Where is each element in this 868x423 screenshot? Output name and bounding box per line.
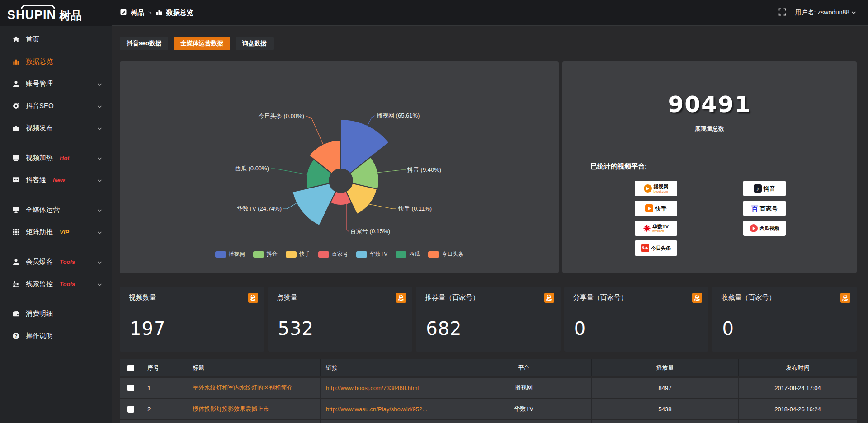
legend-item[interactable]: 西瓜: [396, 250, 420, 258]
sidebar: SHUPIN 树品 首页数据总览账号管理抖音SEO视频发布视频加热Hot抖客通N…: [0, 0, 112, 423]
pie-slice-label: 西瓜 (0.00%): [235, 165, 269, 172]
platform-subtext: boosj.com: [654, 190, 668, 193]
legend-item[interactable]: 抖音: [253, 250, 278, 258]
row-title[interactable]: [187, 420, 320, 423]
sidebar-item-briefcase[interactable]: 视频发布: [0, 117, 112, 139]
logo-bar: SHUPIN 树品: [0, 0, 112, 26]
stat-card-label: 点赞量: [277, 293, 297, 302]
sidebar-item-home[interactable]: 首页: [0, 28, 112, 51]
tab-2[interactable]: 全媒体运营数据: [174, 37, 230, 50]
sidebar-item-monitor[interactable]: 视频加热Hot: [0, 147, 112, 169]
platform-card: 播视网boosj.com: [635, 181, 677, 196]
stat-card-header: 视频数量总: [120, 287, 264, 309]
monitor-icon: [12, 154, 20, 162]
pie-slice-5[interactable]: [292, 183, 336, 226]
tab-1[interactable]: 抖音seo数据: [120, 37, 168, 50]
row-link[interactable]: [320, 420, 456, 423]
table-header-cell: 平台: [456, 359, 591, 376]
user-menu[interactable]: 用户名: zswodun88: [795, 9, 857, 17]
row-title[interactable]: 楼体投影灯投影效果震撼上市: [187, 399, 320, 419]
total-badge: 总: [692, 293, 702, 303]
table-header-row: 序号标题链接平台播放量发布时间: [120, 359, 857, 376]
stat-card-label: 推荐量（百家号）: [425, 293, 479, 302]
legend-swatch: [286, 251, 297, 258]
stat-card-4: 分享量（百家号）总0: [564, 287, 709, 352]
table-checkbox-cell: [120, 378, 142, 398]
sidebar-item-wallet[interactable]: 消费明细: [0, 303, 112, 325]
legend-item[interactable]: 播视网: [215, 250, 245, 258]
chevron-down-icon: [97, 280, 102, 288]
row-platform: 华数TV: [456, 399, 591, 419]
stat-card-header: 推荐量（百家号）总: [416, 287, 561, 309]
legend-label: 抖音: [267, 250, 278, 258]
table-checkbox-cell: [120, 399, 142, 419]
chevron-down-icon: [97, 80, 102, 88]
row-checkbox[interactable]: [127, 385, 134, 391]
sidebar-item-member[interactable]: 会员爆客Tools: [0, 251, 112, 273]
legend-item[interactable]: 今日头条: [428, 250, 463, 258]
platform-card: 西瓜视频: [743, 221, 786, 236]
total-badge: 总: [840, 293, 850, 303]
row-platform: 播视网: [456, 378, 591, 398]
row-time: 2017-08-24 17:04: [738, 378, 857, 398]
row-link[interactable]: http://www.wasu.cn/Play/show/id/952...: [320, 399, 456, 419]
sidebar-item-grid[interactable]: 矩阵助推VIP: [0, 221, 112, 243]
legend-item[interactable]: 华数TV: [356, 250, 387, 258]
platforms-section-label: 已统计的视频平台:: [590, 162, 857, 171]
sidebar-item-gear[interactable]: 抖音SEO: [0, 95, 112, 117]
platform-card-text: 快手: [655, 206, 667, 212]
legend-swatch: [428, 251, 439, 258]
select-all-checkbox[interactable]: [127, 365, 134, 371]
row-seq: 2: [142, 399, 187, 419]
stat-card-value: 197: [120, 309, 264, 339]
chevron-down-icon: [97, 124, 102, 132]
breadcrumb-root[interactable]: 树品: [131, 9, 144, 17]
home-icon: [12, 36, 20, 44]
sidebar-item-display[interactable]: 全媒体运营: [0, 199, 112, 221]
platform-card: ♪抖音: [743, 181, 786, 196]
sidebar-item-chat[interactable]: 抖客通New: [0, 169, 112, 191]
sidebar-item-label: 抖音SEO: [26, 102, 54, 110]
chevron-down-icon: [97, 258, 102, 266]
sidebar-item-bar-chart[interactable]: 数据总览: [0, 51, 112, 73]
row-plays: 8497: [591, 378, 738, 398]
fullscreen-icon[interactable]: [778, 8, 786, 18]
row-checkbox[interactable]: [127, 406, 134, 413]
member-icon: [12, 258, 20, 266]
music-note-icon: ♪: [754, 184, 762, 193]
legend-label: 西瓜: [409, 250, 420, 258]
tab-3[interactable]: 询盘数据: [236, 37, 274, 50]
app-logo[interactable]: SHUPIN 树品: [7, 5, 82, 21]
row-title[interactable]: 室外水纹灯和室内水纹灯的区别和简介: [187, 378, 320, 398]
legend-label: 华数TV: [370, 250, 387, 258]
sidebar-divider: [6, 143, 106, 143]
platform-name: 华数TV: [652, 224, 669, 229]
platform-name: 今日头条: [651, 246, 671, 251]
sidebar-item-badge: New: [53, 177, 65, 183]
sidebar-item-user[interactable]: 账号管理: [0, 73, 112, 95]
total-badge: 总: [396, 293, 406, 303]
row-plays: 5438: [591, 399, 738, 419]
logo-cjk-text: 树品: [59, 9, 82, 21]
platform-card-text: 西瓜视频: [760, 226, 779, 231]
bar-chart-icon: [12, 58, 20, 66]
total-badge: 总: [544, 293, 554, 303]
legend-item[interactable]: 百家号: [318, 250, 348, 258]
summary-divider: [601, 146, 818, 146]
legend-item[interactable]: 快手: [286, 250, 310, 258]
table-row: 1室外水纹灯和室内水纹灯的区别和简介http://www.boosj.com/7…: [120, 378, 857, 398]
row-link[interactable]: http://www.boosj.com/7338468.html: [320, 378, 456, 398]
sidebar-item-label: 线索监控: [26, 280, 53, 288]
sidebar-item-sliders[interactable]: 线索监控Tools: [0, 273, 112, 295]
stat-card-value: 682: [416, 309, 561, 339]
pie-leader-line: [377, 170, 406, 173]
pie-slice-label: 华数TV (24.74%): [237, 205, 282, 212]
sidebar-item-question[interactable]: ?操作说明: [0, 325, 112, 347]
platform-card-text: 华数TVwasu.cn: [652, 224, 669, 233]
display-icon: [12, 206, 20, 214]
sidebar-item-label: 消费明细: [26, 310, 53, 318]
stat-card-value: 0: [712, 309, 857, 339]
pie-leader-line: [271, 169, 307, 174]
table-header-cell: 发布时间: [738, 359, 857, 376]
pie-slice-3[interactable]: [346, 183, 377, 214]
